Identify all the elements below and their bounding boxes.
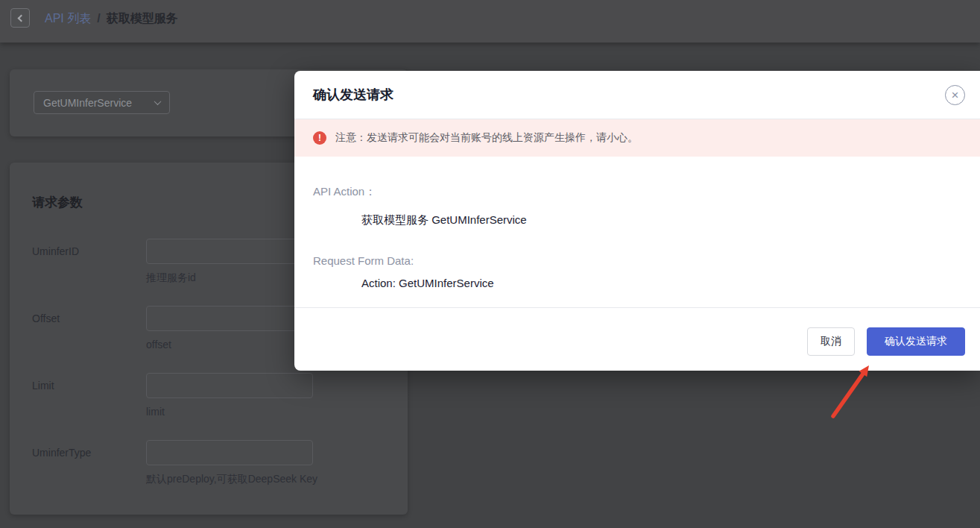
warning-banner: ! 注意：发送请求可能会对当前账号的线上资源产生操作，请小心。 (294, 119, 980, 157)
close-icon[interactable]: × (945, 85, 965, 105)
api-action-value: 获取模型服务 GetUMInferService (361, 213, 961, 227)
api-select-value: GetUMInferService (43, 97, 132, 109)
field-label: Offset (32, 306, 146, 351)
warning-icon: ! (313, 131, 326, 145)
field-hint: 默认preDeploy,可获取DeepSeek Key (146, 473, 313, 485)
api-explorer-page: API 列表 / 获取模型服务 GetUMInferService 请求参数 U… (0, 0, 980, 528)
limit-input[interactable] (146, 373, 313, 398)
dialog-title: 确认发送请求 (294, 71, 980, 119)
breadcrumb-separator: / (97, 12, 100, 25)
field-label: UminferID (32, 239, 146, 284)
field-label: Limit (32, 373, 146, 418)
request-form-data-value: Action: GetUMInferService (361, 277, 961, 290)
api-action-label: API Action： (313, 185, 961, 198)
offset-input[interactable] (146, 306, 313, 331)
page-header: API 列表 / 获取模型服务 (0, 0, 980, 43)
dialog-header: 确认发送请求 × (294, 71, 980, 119)
field-hint: 推理服务id (146, 271, 313, 284)
field-hint: limit (146, 406, 313, 418)
breadcrumb-link-api-list[interactable]: API 列表 (45, 11, 91, 27)
confirm-button[interactable]: 确认发送请求 (867, 327, 965, 356)
chevron-left-icon (18, 14, 25, 22)
uminferid-input[interactable] (146, 239, 313, 264)
back-button[interactable] (10, 8, 30, 28)
confirm-request-dialog: 确认发送请求 × ! 注意：发送请求可能会对当前账号的线上资源产生操作，请小心。… (294, 71, 980, 371)
breadcrumb: API 列表 / 获取模型服务 (45, 11, 178, 27)
cancel-button[interactable]: 取消 (807, 327, 855, 356)
form-row-limit: Limit limit (32, 373, 385, 418)
chevron-down-icon (154, 98, 162, 105)
uminfertype-input[interactable] (146, 440, 313, 465)
field-label: UminferType (32, 440, 146, 485)
field-hint: offset (146, 339, 313, 351)
form-row-uminfertype: UminferType 默认preDeploy,可获取DeepSeek Key (32, 440, 385, 485)
dialog-footer: 取消 确认发送请求 (294, 307, 980, 371)
api-select-dropdown[interactable]: GetUMInferService (34, 91, 170, 114)
request-form-data-label: Request Form Data: (313, 254, 961, 268)
warning-text: 注意：发送请求可能会对当前账号的线上资源产生操作，请小心。 (335, 131, 638, 145)
page-title: 获取模型服务 (107, 11, 178, 27)
dialog-body: API Action： 获取模型服务 GetUMInferService Req… (294, 157, 980, 290)
